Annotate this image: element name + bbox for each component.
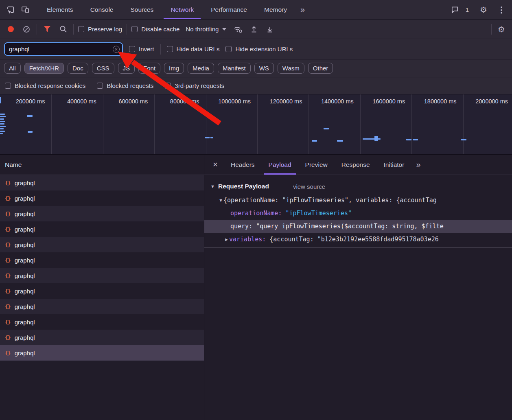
view-source-link[interactable]: view source (293, 183, 325, 190)
timeline-gridline (206, 94, 206, 154)
detail-tab-response[interactable]: Response (335, 155, 377, 175)
detail-tab-preview[interactable]: Preview (298, 155, 335, 175)
property-key: operationName: (230, 210, 282, 217)
kebab-menu-icon[interactable] (494, 3, 509, 17)
request-row[interactable]: {}graphql (0, 221, 204, 237)
filter-chip-ws[interactable]: WS (254, 63, 274, 74)
waterfall-bar (413, 139, 418, 140)
property-value: "ipFlowTimeseries" (285, 210, 352, 217)
settings-gear-icon[interactable] (476, 3, 491, 17)
request-payload-section: Request Payload view source (204, 179, 512, 194)
request-name: graphql (15, 334, 35, 341)
clear-network-log-icon[interactable] (21, 24, 32, 35)
panel-tabs: ElementsConsoleSourcesNetworkPerformance… (38, 0, 295, 19)
waterfall-bar (0, 123, 4, 125)
checkbox-box-icon[interactable] (129, 46, 135, 52)
filter-input-wrap (4, 42, 123, 56)
disable-cache-checkbox[interactable]: Disable cache (131, 26, 179, 33)
operation-name-row[interactable]: operationName: "ipFlowTimeseries" (204, 207, 512, 220)
request-row[interactable]: {}graphql (0, 190, 204, 206)
request-row[interactable]: {}graphql (0, 299, 204, 314)
request-row[interactable]: {}graphql (0, 206, 204, 221)
checkbox-blocked-requests[interactable]: Blocked requests (97, 82, 153, 89)
tab-memory[interactable]: Memory (256, 0, 295, 19)
preserve-log-label: Preserve log (88, 26, 122, 33)
chevron-down-icon (222, 28, 226, 31)
filter-chip-media[interactable]: Media (188, 63, 214, 74)
request-row[interactable]: {}graphql (0, 268, 204, 283)
filter-chip-doc[interactable]: Doc (68, 63, 88, 74)
detail-tab-initiator[interactable]: Initiator (377, 155, 411, 175)
invert-checkbox[interactable]: Invert (129, 46, 154, 52)
tab-sources[interactable]: Sources (122, 0, 162, 19)
hide-data-urls-checkbox[interactable]: Hide data URLs (167, 46, 220, 52)
more-detail-tabs-icon[interactable] (411, 160, 425, 169)
detail-tab-payload[interactable]: Payload (262, 155, 298, 175)
request-row[interactable]: {}graphql (0, 252, 204, 268)
record-network-log-icon[interactable] (5, 24, 16, 35)
search-icon[interactable] (57, 24, 69, 35)
console-messages-icon[interactable] (448, 3, 462, 17)
close-icon[interactable] (207, 161, 224, 168)
filter-chip-img[interactable]: Img (164, 63, 184, 74)
preserve-log-checkbox[interactable]: Preserve log (78, 26, 122, 33)
request-row[interactable]: {}graphql (0, 237, 204, 252)
request-row[interactable]: {}graphql (0, 175, 204, 190)
request-row[interactable]: {}graphql (0, 314, 204, 330)
checkbox-box-icon[interactable] (167, 46, 173, 52)
request-row[interactable]: {}graphql (0, 330, 204, 345)
filter-chip-fetch-xhr[interactable]: Fetch/XHR (24, 63, 64, 74)
hide-extension-urls-checkbox[interactable]: Hide extension URLs (225, 46, 293, 52)
network-overview-timeline[interactable]: 200000 ms400000 ms600000 ms800000 ms1000… (0, 94, 512, 155)
checkbox-box-icon[interactable] (97, 83, 103, 89)
request-name: graphql (15, 241, 35, 248)
network-filter-input[interactable] (4, 42, 123, 56)
json-braces-icon: {} (5, 350, 11, 356)
checkbox-box-icon[interactable] (78, 26, 84, 32)
checkbox-box-icon[interactable] (131, 26, 138, 32)
network-conditions-icon[interactable] (232, 24, 244, 35)
checkbox-label: 3rd-party requests (175, 82, 224, 89)
checkbox-blocked-response-cookies[interactable]: Blocked response cookies (5, 82, 85, 89)
request-name: graphql (15, 179, 35, 186)
tab-performance[interactable]: Performance (202, 0, 256, 19)
throttling-dropdown[interactable]: No throttling (184, 26, 228, 33)
query-row[interactable]: query: "query ipFlowTimeseries($accountT… (204, 220, 512, 233)
devtools-tabbar: ElementsConsoleSourcesNetworkPerformance… (0, 0, 512, 20)
checkbox-3rd-party-requests[interactable]: 3rd-party requests (165, 82, 224, 89)
filter-chip-font[interactable]: Font (138, 63, 160, 74)
filter-chip-manifest[interactable]: Manifest (218, 63, 251, 74)
filter-chip-wasm[interactable]: Wasm (278, 63, 304, 74)
payload-summary-row[interactable]: {operationName: "ipFlowTimeseries", vari… (204, 194, 512, 207)
checkbox-box-icon[interactable] (165, 83, 171, 89)
variables-row[interactable]: variables: {accountTag: "b12e3b2192ee558… (204, 233, 512, 246)
request-row[interactable]: {}graphql (0, 283, 204, 299)
name-column-header[interactable]: Name (0, 155, 204, 175)
checkbox-box-icon[interactable] (5, 83, 11, 89)
network-settings-gear-icon[interactable] (496, 24, 507, 35)
tab-elements[interactable]: Elements (38, 0, 82, 19)
inspect-element-icon[interactable] (3, 3, 18, 17)
detail-tabbar: HeadersPayloadPreviewResponseInitiator (204, 155, 512, 175)
more-panels-icon[interactable] (295, 5, 310, 14)
filter-chip-js[interactable]: JS (118, 63, 135, 74)
request-row[interactable]: {}graphql (0, 345, 204, 361)
tab-console[interactable]: Console (82, 0, 122, 19)
tab-network[interactable]: Network (162, 0, 202, 19)
timeline-gridline (463, 94, 464, 154)
export-har-icon[interactable] (264, 24, 276, 35)
collapse-triangle-icon[interactable] (210, 184, 215, 189)
collapse-triangle-icon[interactable] (218, 198, 223, 203)
device-toolbar-icon[interactable] (18, 3, 33, 17)
filter-chip-other[interactable]: Other (308, 63, 333, 74)
filter-funnel-icon[interactable] (42, 24, 53, 35)
filter-chip-css[interactable]: CSS (92, 63, 114, 74)
filter-chip-all[interactable]: All (4, 63, 21, 74)
message-count[interactable]: 1 (466, 7, 469, 13)
detail-tab-headers[interactable]: Headers (224, 155, 262, 175)
clear-filter-icon[interactable] (113, 46, 120, 52)
divider (127, 24, 127, 35)
checkbox-box-icon[interactable] (225, 46, 232, 52)
import-har-icon[interactable] (248, 24, 260, 35)
expand-triangle-icon[interactable] (224, 237, 229, 242)
